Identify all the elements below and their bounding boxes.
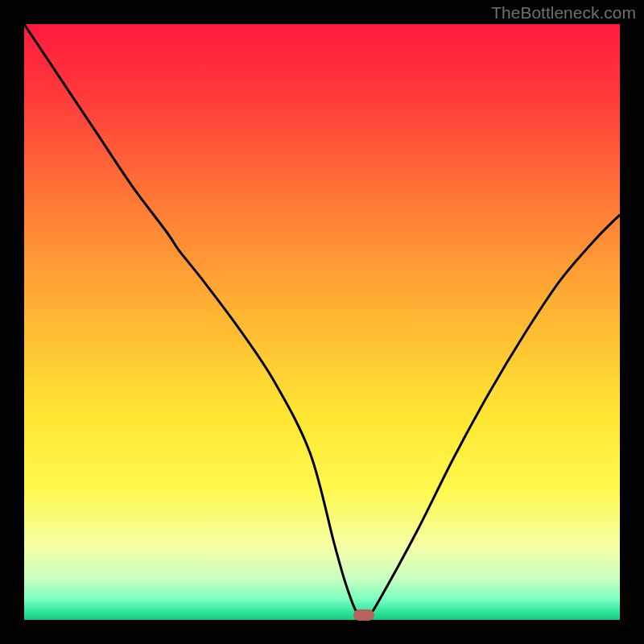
chart-frame: TheBottleneck.com xyxy=(0,0,644,644)
optimum-marker xyxy=(353,609,374,621)
plot-area xyxy=(24,24,620,620)
watermark-text: TheBottleneck.com xyxy=(491,3,636,23)
curve-svg xyxy=(24,24,620,620)
bottleneck-curve xyxy=(24,24,620,617)
